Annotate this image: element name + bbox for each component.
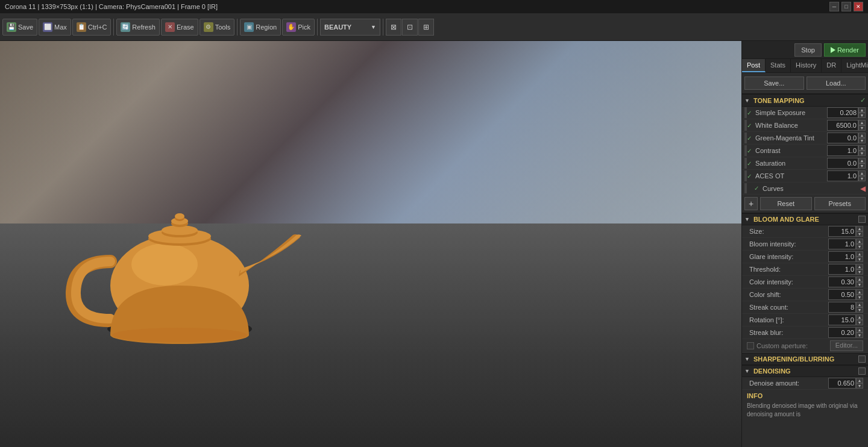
glare-intensity-down[interactable]: ▼ xyxy=(856,257,863,262)
render-button[interactable]: Render xyxy=(824,43,866,57)
size-value[interactable]: 15.0 xyxy=(828,226,856,237)
color-shift-down[interactable]: ▼ xyxy=(856,295,863,300)
bloom-glare-header[interactable]: ▼ BLOOM AND GLARE xyxy=(742,213,868,225)
reset-button[interactable]: Reset xyxy=(760,197,812,210)
zoom-1to1-button[interactable]: ⊡ xyxy=(402,19,418,36)
contrast-down[interactable]: ▼ xyxy=(858,151,866,156)
denoise-amount-up[interactable]: ▲ xyxy=(856,378,863,383)
max-button[interactable]: ⬜ Max xyxy=(39,19,71,36)
save-file-button[interactable]: Save... xyxy=(744,77,804,90)
add-button[interactable]: + xyxy=(744,197,758,210)
presets-button[interactable]: Presets xyxy=(814,197,866,210)
tools-button[interactable]: ⚙ Tools xyxy=(200,19,235,36)
denoising-enabled-checkbox[interactable] xyxy=(858,367,866,375)
rotation-down[interactable]: ▼ xyxy=(856,320,863,325)
aces-ot-value[interactable]: 1.0 xyxy=(827,170,858,181)
color-intensity-down[interactable]: ▼ xyxy=(856,282,863,287)
panel-content[interactable]: Save... Load... ▼ TONE MAPPING ✓ ✓ Simpl… xyxy=(742,73,868,447)
maximize-button[interactable]: □ xyxy=(841,2,851,11)
threshold-value[interactable]: 1.0 xyxy=(828,264,856,275)
sharpening-header[interactable]: ▼ SHARPENING/BLURRING xyxy=(742,353,868,365)
bloom-intensity-up[interactable]: ▲ xyxy=(856,239,863,244)
tab-dr[interactable]: DR xyxy=(822,59,841,72)
size-control: 15.0 ▲ ▼ xyxy=(828,226,863,237)
size-down[interactable]: ▼ xyxy=(856,231,863,237)
color-shift-up[interactable]: ▲ xyxy=(856,289,863,295)
streak-count-value[interactable]: 8 xyxy=(828,302,856,313)
green-magenta-value[interactable]: 0.0 xyxy=(827,133,858,143)
close-button[interactable]: ✕ xyxy=(854,2,863,11)
custom-aperture-checkbox[interactable] xyxy=(747,342,754,349)
stop-button[interactable]: Stop xyxy=(794,43,822,57)
saturation-value[interactable]: 0.0 xyxy=(827,158,858,169)
green-magenta-up[interactable]: ▲ xyxy=(858,133,866,138)
tab-post[interactable]: Post xyxy=(742,59,766,72)
saturation-down[interactable]: ▼ xyxy=(858,163,866,169)
region-button[interactable]: ▣ Region xyxy=(240,19,281,36)
toolbar-separator-4 xyxy=(383,19,383,36)
save-button[interactable]: 💾 Save xyxy=(2,19,37,36)
tab-lightmix[interactable]: LightMix xyxy=(841,59,868,72)
pick-button[interactable]: ✋ Pick xyxy=(282,19,315,36)
white-balance-check-icon: ✓ xyxy=(747,122,754,129)
denoising-header[interactable]: ▼ DENOISING xyxy=(742,365,868,377)
bloom-intensity-down[interactable]: ▼ xyxy=(856,244,863,249)
streak-blur-value[interactable]: 0.20 xyxy=(828,327,856,338)
tab-stats[interactable]: Stats xyxy=(766,59,791,72)
streak-count-down[interactable]: ▼ xyxy=(856,307,863,313)
curves-row[interactable]: ✓ Curves ◀ xyxy=(742,183,868,195)
refresh-button[interactable]: 🔄 Refresh xyxy=(116,19,160,36)
simple-exposure-down[interactable]: ▼ xyxy=(858,113,866,118)
tone-mapping-header[interactable]: ▼ TONE MAPPING ✓ xyxy=(742,94,868,107)
white-balance-value[interactable]: 6500.0 xyxy=(827,120,858,131)
denoise-amount-value[interactable]: 0.650 xyxy=(828,378,856,389)
zoom-region-button[interactable]: ⊞ xyxy=(418,19,434,36)
green-magenta-down[interactable]: ▼ xyxy=(858,138,866,143)
curves-expand-icon[interactable]: ◀ xyxy=(860,184,866,193)
rotation-up[interactable]: ▲ xyxy=(856,314,863,320)
green-magenta-row: ✓ Green-Magenta Tint 0.0 ▲ ▼ xyxy=(742,132,868,145)
beauty-dropdown[interactable]: BEAUTY ▼ xyxy=(320,19,380,36)
color-shift-value[interactable]: 0.50 xyxy=(828,289,856,300)
white-balance-spinners: ▲ ▼ xyxy=(858,120,866,131)
minimize-button[interactable]: ─ xyxy=(829,2,839,11)
pick-icon: ✋ xyxy=(286,22,296,32)
editor-button[interactable]: Editor... xyxy=(830,340,863,351)
contrast-up[interactable]: ▲ xyxy=(858,145,866,151)
threshold-up[interactable]: ▲ xyxy=(856,264,863,269)
green-magenta-label: Green-Magenta Tint xyxy=(754,134,827,142)
streak-blur-up[interactable]: ▲ xyxy=(856,327,863,333)
white-balance-down[interactable]: ▼ xyxy=(858,125,866,131)
sharpening-collapse-icon: ▼ xyxy=(744,356,750,362)
size-up[interactable]: ▲ xyxy=(856,226,863,231)
ctrlc-button[interactable]: 📋 Ctrl+C xyxy=(72,19,111,36)
simple-exposure-value[interactable]: 0.208 xyxy=(827,107,858,118)
sharpening-enabled-checkbox[interactable] xyxy=(858,355,866,363)
toolbar-separator-3 xyxy=(317,19,318,36)
rotation-value[interactable]: 15.0 xyxy=(828,314,856,325)
contrast-value[interactable]: 1.0 xyxy=(827,145,858,156)
streak-blur-down[interactable]: ▼ xyxy=(856,333,863,338)
threshold-down[interactable]: ▼ xyxy=(856,269,863,275)
tab-history[interactable]: History xyxy=(791,59,822,72)
load-file-button[interactable]: Load... xyxy=(807,77,866,90)
denoise-amount-down[interactable]: ▼ xyxy=(856,383,863,389)
saturation-up[interactable]: ▲ xyxy=(858,158,866,163)
ctrlc-icon: 📋 xyxy=(77,22,86,32)
bloom-intensity-value[interactable]: 1.0 xyxy=(828,239,856,249)
white-balance-up[interactable]: ▲ xyxy=(858,120,866,125)
render-viewport[interactable] xyxy=(0,41,741,447)
bloom-glare-enabled-checkbox[interactable] xyxy=(858,216,866,223)
streak-count-up[interactable]: ▲ xyxy=(856,302,863,307)
zoom-fit-button[interactable]: ⊠ xyxy=(386,19,401,36)
tone-mapping-enabled-icon: ✓ xyxy=(860,96,866,104)
color-intensity-up[interactable]: ▲ xyxy=(856,277,863,282)
color-shift-row: Color shift: 0.50 ▲ ▼ xyxy=(742,289,868,301)
aces-ot-down[interactable]: ▼ xyxy=(858,176,866,181)
erase-button[interactable]: ✕ Erase xyxy=(161,19,198,36)
simple-exposure-up[interactable]: ▲ xyxy=(858,107,866,113)
aces-ot-up[interactable]: ▲ xyxy=(858,170,866,176)
color-intensity-value[interactable]: 0.30 xyxy=(828,277,856,287)
glare-intensity-value[interactable]: 1.0 xyxy=(828,251,856,262)
glare-intensity-up[interactable]: ▲ xyxy=(856,251,863,257)
